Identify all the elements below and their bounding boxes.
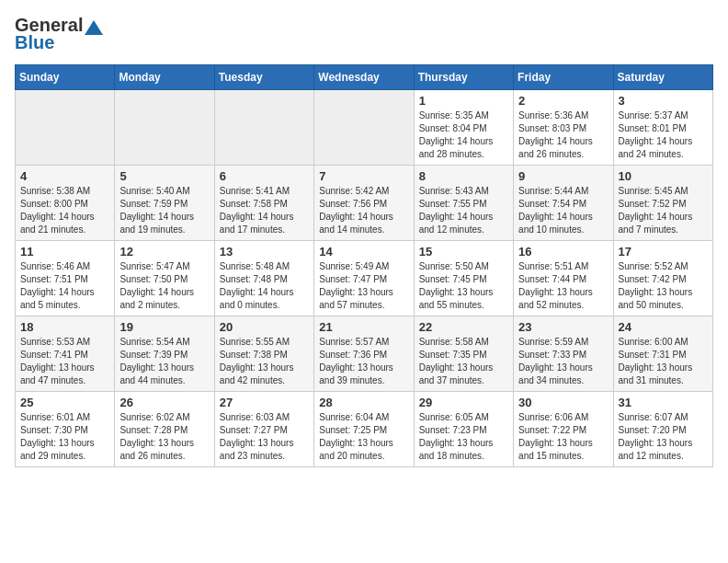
calendar-day-cell: 8Sunrise: 5:43 AM Sunset: 7:55 PM Daylig… (414, 166, 513, 241)
day-info: Sunrise: 5:53 AM Sunset: 7:41 PM Dayligh… (20, 336, 109, 387)
calendar-day-cell: 26Sunrise: 6:02 AM Sunset: 7:28 PM Dayli… (115, 392, 214, 467)
day-info: Sunrise: 5:58 AM Sunset: 7:35 PM Dayligh… (419, 336, 508, 387)
calendar-day-cell: 10Sunrise: 5:45 AM Sunset: 7:52 PM Dayli… (613, 166, 712, 241)
calendar-day-cell (314, 90, 414, 166)
day-number: 8 (419, 169, 508, 183)
calendar-day-cell (214, 90, 313, 166)
day-info: Sunrise: 6:05 AM Sunset: 7:23 PM Dayligh… (419, 411, 508, 463)
calendar-week-row: 11Sunrise: 5:46 AM Sunset: 7:51 PM Dayli… (16, 241, 713, 316)
calendar-day-cell: 6Sunrise: 5:41 AM Sunset: 7:58 PM Daylig… (214, 166, 313, 241)
calendar-day-cell: 3Sunrise: 5:37 AM Sunset: 8:01 PM Daylig… (613, 90, 712, 166)
day-of-week-header: Saturday (613, 65, 712, 90)
calendar-day-cell: 15Sunrise: 5:50 AM Sunset: 7:45 PM Dayli… (414, 241, 513, 316)
day-info: Sunrise: 6:06 AM Sunset: 7:22 PM Dayligh… (518, 411, 608, 463)
calendar-day-cell: 14Sunrise: 5:49 AM Sunset: 7:47 PM Dayli… (314, 241, 414, 316)
day-number: 3 (619, 94, 708, 108)
day-info: Sunrise: 5:47 AM Sunset: 7:50 PM Dayligh… (119, 260, 209, 312)
day-info: Sunrise: 5:36 AM Sunset: 8:03 PM Dayligh… (518, 109, 608, 161)
day-of-week-header: Tuesday (214, 65, 313, 90)
calendar-day-cell: 23Sunrise: 5:59 AM Sunset: 7:33 PM Dayli… (514, 316, 613, 392)
day-info: Sunrise: 5:59 AM Sunset: 7:33 PM Dayligh… (518, 336, 608, 387)
day-of-week-header: Monday (115, 65, 214, 90)
day-info: Sunrise: 6:01 AM Sunset: 7:30 PM Dayligh… (20, 411, 109, 463)
day-info: Sunrise: 5:37 AM Sunset: 8:01 PM Dayligh… (619, 109, 708, 161)
day-info: Sunrise: 5:55 AM Sunset: 7:38 PM Dayligh… (220, 336, 309, 387)
calendar-day-cell: 27Sunrise: 6:03 AM Sunset: 7:27 PM Dayli… (214, 392, 313, 467)
day-number: 14 (319, 245, 408, 259)
calendar-day-cell: 31Sunrise: 6:07 AM Sunset: 7:20 PM Dayli… (613, 392, 712, 467)
day-info: Sunrise: 5:54 AM Sunset: 7:39 PM Dayligh… (119, 336, 209, 387)
day-of-week-header: Sunday (16, 65, 115, 90)
day-number: 22 (419, 320, 508, 334)
svg-marker-0 (85, 20, 103, 35)
day-number: 10 (619, 169, 708, 183)
day-number: 1 (419, 94, 508, 108)
day-info: Sunrise: 5:41 AM Sunset: 7:58 PM Dayligh… (220, 185, 309, 236)
day-info: Sunrise: 5:57 AM Sunset: 7:36 PM Dayligh… (319, 336, 408, 387)
logo: General Blue (15, 15, 103, 53)
day-info: Sunrise: 5:45 AM Sunset: 7:52 PM Dayligh… (619, 185, 708, 236)
day-number: 11 (20, 245, 109, 259)
day-info: Sunrise: 5:52 AM Sunset: 7:42 PM Dayligh… (619, 260, 708, 312)
day-number: 31 (619, 396, 708, 409)
day-of-week-header: Thursday (414, 65, 513, 90)
calendar-week-row: 25Sunrise: 6:01 AM Sunset: 7:30 PM Dayli… (16, 392, 713, 467)
calendar-day-cell: 18Sunrise: 5:53 AM Sunset: 7:41 PM Dayli… (16, 316, 115, 392)
calendar-day-cell: 29Sunrise: 6:05 AM Sunset: 7:23 PM Dayli… (414, 392, 513, 467)
day-number: 2 (518, 94, 608, 108)
day-info: Sunrise: 5:42 AM Sunset: 7:56 PM Dayligh… (319, 185, 408, 236)
calendar-day-cell: 9Sunrise: 5:44 AM Sunset: 7:54 PM Daylig… (514, 166, 613, 241)
day-number: 13 (220, 245, 309, 259)
day-number: 15 (419, 245, 508, 259)
calendar-day-cell: 7Sunrise: 5:42 AM Sunset: 7:56 PM Daylig… (314, 166, 414, 241)
calendar-day-cell: 19Sunrise: 5:54 AM Sunset: 7:39 PM Dayli… (115, 316, 214, 392)
day-number: 18 (20, 320, 109, 334)
calendar-day-cell: 20Sunrise: 5:55 AM Sunset: 7:38 PM Dayli… (214, 316, 313, 392)
day-number: 9 (518, 169, 608, 183)
calendar-day-cell: 25Sunrise: 6:01 AM Sunset: 7:30 PM Dayli… (16, 392, 115, 467)
logo-triangle-icon (85, 17, 103, 35)
day-of-week-header: Friday (514, 65, 613, 90)
day-number: 23 (518, 320, 608, 334)
calendar-day-cell (115, 90, 214, 166)
calendar-day-cell: 21Sunrise: 5:57 AM Sunset: 7:36 PM Dayli… (314, 316, 414, 392)
day-number: 24 (619, 320, 708, 334)
day-info: Sunrise: 5:35 AM Sunset: 8:04 PM Dayligh… (419, 109, 508, 161)
day-info: Sunrise: 5:44 AM Sunset: 7:54 PM Dayligh… (518, 185, 608, 236)
calendar-day-cell: 22Sunrise: 5:58 AM Sunset: 7:35 PM Dayli… (414, 316, 513, 392)
calendar-day-cell: 4Sunrise: 5:38 AM Sunset: 8:00 PM Daylig… (16, 166, 115, 241)
day-number: 20 (220, 320, 309, 334)
day-info: Sunrise: 5:51 AM Sunset: 7:44 PM Dayligh… (518, 260, 608, 312)
calendar-day-cell: 24Sunrise: 6:00 AM Sunset: 7:31 PM Dayli… (613, 316, 712, 392)
calendar-day-cell: 2Sunrise: 5:36 AM Sunset: 8:03 PM Daylig… (514, 90, 613, 166)
day-number: 12 (119, 245, 209, 259)
day-number: 28 (319, 396, 408, 409)
day-number: 29 (419, 396, 508, 409)
day-number: 19 (119, 320, 209, 334)
day-number: 30 (518, 396, 608, 409)
day-number: 4 (20, 169, 109, 183)
day-number: 7 (319, 169, 408, 183)
day-info: Sunrise: 5:43 AM Sunset: 7:55 PM Dayligh… (419, 185, 508, 236)
day-number: 6 (220, 169, 309, 183)
page-header: General Blue (15, 15, 713, 53)
day-info: Sunrise: 6:00 AM Sunset: 7:31 PM Dayligh… (619, 336, 708, 387)
day-number: 17 (619, 245, 708, 259)
day-number: 25 (20, 396, 109, 409)
calendar-header-row: SundayMondayTuesdayWednesdayThursdayFrid… (16, 65, 713, 90)
calendar-day-cell: 28Sunrise: 6:04 AM Sunset: 7:25 PM Dayli… (314, 392, 414, 467)
day-info: Sunrise: 6:07 AM Sunset: 7:20 PM Dayligh… (619, 411, 708, 463)
day-info: Sunrise: 6:02 AM Sunset: 7:28 PM Dayligh… (119, 411, 209, 463)
day-of-week-header: Wednesday (314, 65, 414, 90)
calendar-day-cell: 5Sunrise: 5:40 AM Sunset: 7:59 PM Daylig… (115, 166, 214, 241)
calendar-day-cell (16, 90, 115, 166)
calendar-day-cell: 13Sunrise: 5:48 AM Sunset: 7:48 PM Dayli… (214, 241, 313, 316)
day-number: 16 (518, 245, 608, 259)
calendar-day-cell: 1Sunrise: 5:35 AM Sunset: 8:04 PM Daylig… (414, 90, 513, 166)
day-info: Sunrise: 6:04 AM Sunset: 7:25 PM Dayligh… (319, 411, 408, 463)
day-info: Sunrise: 5:49 AM Sunset: 7:47 PM Dayligh… (319, 260, 408, 312)
calendar-day-cell: 16Sunrise: 5:51 AM Sunset: 7:44 PM Dayli… (514, 241, 613, 316)
calendar-table: SundayMondayTuesdayWednesdayThursdayFrid… (15, 64, 713, 467)
day-number: 27 (220, 396, 309, 409)
day-info: Sunrise: 5:40 AM Sunset: 7:59 PM Dayligh… (119, 185, 209, 236)
